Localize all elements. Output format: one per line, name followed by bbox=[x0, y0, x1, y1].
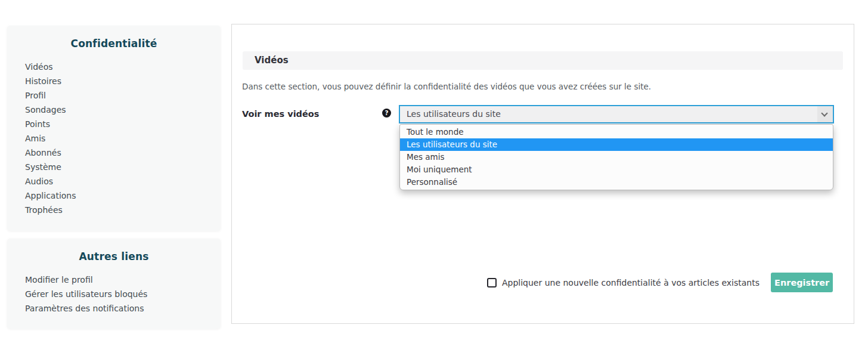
chevron-down-icon bbox=[821, 110, 827, 116]
video-privacy-dropdown: Tout le monde Les utilisateurs du site M… bbox=[399, 124, 833, 190]
sidebar-item-systeme[interactable]: Système bbox=[25, 160, 221, 174]
video-privacy-select[interactable]: Les utilisateurs du site bbox=[399, 105, 834, 123]
sidebar-item-profil[interactable]: Profil bbox=[25, 88, 221, 103]
sidebar-item-applications[interactable]: Applications bbox=[25, 188, 221, 203]
section-header: Vidéos bbox=[243, 51, 843, 70]
other-links-title: Autres liens bbox=[7, 239, 221, 262]
option-les-utilisateurs-du-site[interactable]: Les utilisateurs du site bbox=[400, 138, 833, 151]
sidebar-item-trophees[interactable]: Trophées bbox=[25, 203, 221, 217]
panel-footer: Appliquer une nouvelle confidentialité à… bbox=[487, 273, 833, 292]
other-links-list: Modifier le profil Gérer les utilisateur… bbox=[7, 273, 221, 316]
sidebar-item-videos[interactable]: Vidéos bbox=[25, 60, 221, 74]
apply-privacy-checkbox[interactable] bbox=[487, 278, 497, 287]
voir-mes-videos-label: Voir mes vidéos bbox=[242, 109, 319, 119]
save-button[interactable]: Enregistrer bbox=[771, 273, 833, 292]
option-tout-le-monde[interactable]: Tout le monde bbox=[400, 126, 833, 138]
sidebar-item-sondages[interactable]: Sondages bbox=[25, 103, 221, 117]
sidebar-item-audios[interactable]: Audios bbox=[25, 174, 221, 188]
sidebar-item-histoires[interactable]: Histoires bbox=[25, 74, 221, 88]
other-links-sidebar: Autres liens Modifier le profil Gérer le… bbox=[7, 239, 221, 329]
privacy-sidebar-title: Confidentialité bbox=[7, 26, 221, 50]
section-description: Dans cette section, vous pouvez définir … bbox=[242, 82, 651, 91]
option-personnalise[interactable]: Personnalisé bbox=[400, 176, 833, 188]
link-blocked-users[interactable]: Gérer les utilisateurs bloqués bbox=[25, 287, 221, 301]
option-mes-amis[interactable]: Mes amis bbox=[400, 151, 833, 163]
sidebar-item-abonnes[interactable]: Abonnés bbox=[25, 146, 221, 160]
option-moi-uniquement[interactable]: Moi uniquement bbox=[400, 163, 833, 176]
select-selected-value: Les utilisateurs du site bbox=[400, 106, 833, 122]
select-arrow-zone bbox=[817, 106, 833, 122]
sidebar-item-points[interactable]: Points bbox=[25, 117, 221, 131]
privacy-sidebar: Confidentialité Vidéos Histoires Profil … bbox=[7, 26, 221, 231]
link-edit-profile[interactable]: Modifier le profil bbox=[25, 273, 221, 287]
videos-privacy-panel: Vidéos Dans cette section, vous pouvez d… bbox=[231, 24, 854, 324]
apply-privacy-checkbox-label[interactable]: Appliquer une nouvelle confidentialité à… bbox=[502, 278, 760, 287]
sidebar-item-amis[interactable]: Amis bbox=[25, 131, 221, 146]
link-notification-settings[interactable]: Paramètres des notifications bbox=[25, 301, 221, 316]
help-question-icon[interactable]: ? bbox=[382, 109, 391, 118]
privacy-sidebar-list: Vidéos Histoires Profil Sondages Points … bbox=[7, 60, 221, 217]
